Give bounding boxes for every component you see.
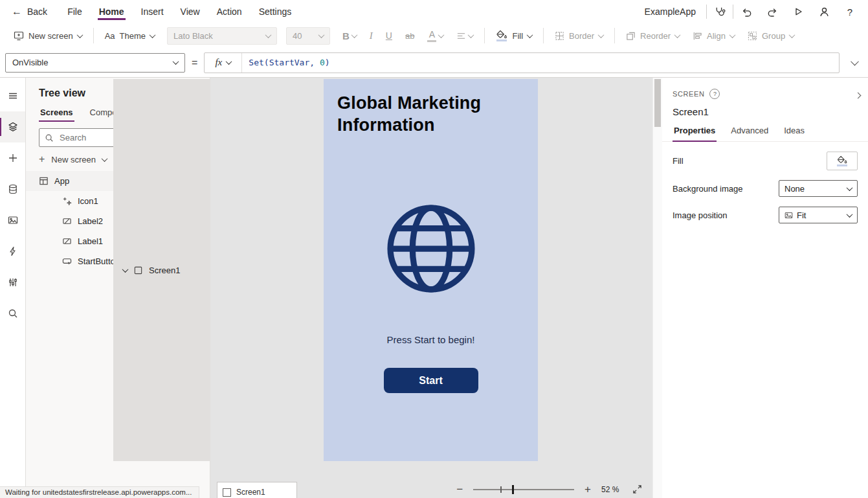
formula-code[interactable]: Set(StartVar, 0): [242, 58, 336, 67]
tab-ideas[interactable]: Ideas: [783, 123, 806, 141]
share-user-button[interactable]: [811, 0, 837, 23]
theme-button[interactable]: Aa Theme: [99, 25, 161, 46]
tree-item-label: Label1: [78, 236, 103, 246]
preview-play-button[interactable]: [785, 0, 811, 23]
ribbon-toolbar: New screen Aa Theme Lato Black 40 B I U …: [0, 23, 868, 49]
text-align-icon: [456, 31, 466, 41]
help-label: ?: [847, 6, 852, 17]
tab-properties[interactable]: Properties: [673, 123, 717, 141]
background-image-select[interactable]: None: [779, 180, 858, 197]
back-button[interactable]: ← Back: [0, 0, 59, 23]
font-family-select[interactable]: Lato Black: [167, 27, 277, 45]
design-canvas[interactable]: Global Marketing Information Press Start…: [210, 78, 652, 498]
fx-dropdown[interactable]: fx: [205, 53, 242, 73]
tree-view-panel: Tree view × Screens Components + New scr…: [26, 78, 210, 498]
tab-advanced[interactable]: Advanced: [729, 123, 770, 141]
reorder-button[interactable]: Reorder: [620, 25, 685, 46]
button-control-icon: [62, 256, 72, 266]
vertical-scrollbar[interactable]: [652, 78, 662, 498]
tab-screens[interactable]: Screens: [39, 106, 74, 122]
canvas-start-button[interactable]: Start: [384, 368, 478, 393]
canvas-label-press-start[interactable]: Press Start to begin!: [324, 334, 538, 345]
new-screen-button[interactable]: New screen: [8, 25, 88, 46]
bold-button[interactable]: B: [337, 25, 362, 46]
property-select[interactable]: OnVisible: [5, 53, 185, 73]
border-button[interactable]: Border: [549, 25, 609, 46]
redo-button[interactable]: [759, 0, 785, 23]
rail-search-button[interactable]: [0, 298, 25, 329]
collapse-panel-button[interactable]: [856, 89, 860, 100]
tree-view-icon: [8, 122, 18, 132]
fill-button[interactable]: Fill: [490, 25, 538, 46]
image-position-select[interactable]: Fit: [779, 207, 858, 223]
menu-view[interactable]: View: [172, 0, 208, 23]
strikethrough-button[interactable]: ab: [399, 25, 420, 46]
text-align-button[interactable]: [451, 25, 479, 46]
image-position-label: Image position: [673, 210, 728, 220]
zoom-out-button[interactable]: −: [456, 484, 463, 495]
menu-home[interactable]: Home: [91, 0, 133, 23]
menu-insert[interactable]: Insert: [133, 0, 172, 23]
expander-chevron-icon[interactable]: [122, 266, 129, 273]
rail-data-sources-button[interactable]: [0, 174, 25, 205]
rail-hamburger-button[interactable]: [0, 80, 25, 111]
underline-icon: U: [386, 30, 392, 41]
data-sources-icon: [8, 184, 18, 194]
formula-expand-button[interactable]: [846, 60, 863, 65]
chevron-down-icon: [527, 32, 533, 38]
menu-file[interactable]: File: [59, 0, 91, 23]
menu-settings[interactable]: Settings: [250, 0, 300, 23]
font-color-button[interactable]: A: [421, 25, 449, 46]
fill-color-picker[interactable]: [827, 152, 858, 170]
plus-icon: +: [39, 154, 45, 164]
globe-icon: [383, 201, 479, 297]
background-image-value: None: [785, 184, 843, 194]
zoom-slider[interactable]: [473, 484, 574, 495]
canvas-icon-globe[interactable]: [383, 201, 479, 297]
rail-media-button[interactable]: [0, 205, 25, 236]
app-checker-button[interactable]: [707, 0, 733, 23]
zoom-slider-handle[interactable]: [512, 485, 514, 494]
tree-view-title: Tree view: [39, 87, 85, 99]
help-circle-icon[interactable]: ?: [709, 89, 720, 99]
background-image-label: Background image: [673, 184, 742, 194]
chevron-down-icon: [847, 211, 853, 218]
help-button[interactable]: ?: [837, 0, 863, 23]
screen-bottom-tab[interactable]: Screen1: [217, 482, 297, 498]
rail-insert-button[interactable]: [0, 142, 25, 174]
left-rail: [0, 78, 26, 498]
equals-sign: =: [192, 57, 197, 69]
zoom-in-button[interactable]: +: [584, 484, 591, 495]
tree-item-label: App: [54, 176, 69, 186]
rail-tree-view-button[interactable]: [0, 111, 25, 142]
formula-function: Set(StartVar,: [249, 58, 320, 67]
font-color-icon: A: [427, 30, 436, 42]
divider: [93, 28, 94, 43]
properties-panel: SCREEN ? Screen1 Properties Advanced Ide…: [662, 78, 868, 498]
font-size-select[interactable]: 40: [286, 27, 330, 45]
align-button[interactable]: Align: [687, 25, 740, 46]
fill-color-swatch: [837, 164, 847, 166]
italic-button[interactable]: I: [364, 25, 379, 46]
rail-advanced-tools-button[interactable]: [0, 267, 25, 298]
group-label: Group: [762, 31, 785, 41]
app-screen-screen1[interactable]: Global Marketing Information Press Start…: [324, 79, 538, 461]
formula-input[interactable]: fx Set(StartVar, 0): [204, 52, 840, 73]
tree-item-label: Screen1: [149, 266, 180, 275]
new-screen-row-label: New screen: [51, 155, 96, 164]
group-button[interactable]: Group: [742, 25, 800, 46]
rail-flows-button[interactable]: [0, 236, 25, 267]
image-icon: [785, 211, 793, 220]
property-row-background-image: Background image None: [673, 180, 858, 197]
fit-to-window-button[interactable]: [632, 484, 642, 494]
canvas-label-title[interactable]: Global Marketing Information: [337, 92, 503, 136]
zoom-percent: 52 %: [601, 485, 622, 494]
scrollbar-thumb[interactable]: [654, 79, 661, 127]
undo-button[interactable]: [733, 0, 759, 23]
menu-action[interactable]: Action: [208, 0, 250, 23]
italic-icon: I: [370, 30, 373, 41]
underline-button[interactable]: U: [380, 25, 398, 46]
chevron-down-icon: [674, 32, 681, 38]
browser-status-message: Waiting for unitedstatesfirstrelease.api…: [0, 486, 199, 498]
back-label: Back: [27, 6, 47, 17]
